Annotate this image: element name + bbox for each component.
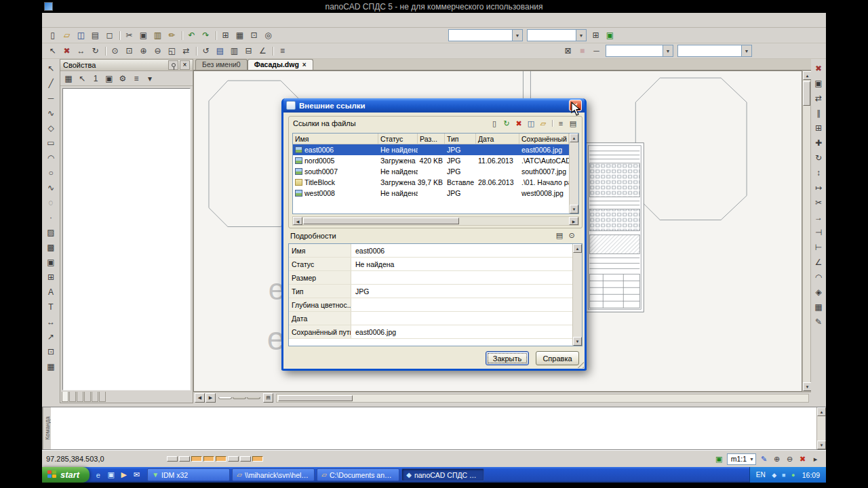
table-settings-icon[interactable]: ⊞ [589,29,603,42]
properties-tab[interactable] [62,392,68,402]
open-file-icon[interactable]: ▱ [60,29,74,42]
taskbar-task-button[interactable]: ◆ nanoCAD СПДС 5 - н... [401,468,484,481]
insert-block-icon[interactable]: ⊞ [218,29,233,42]
hatch-tool-icon[interactable]: ▨ [43,225,58,240]
document-tab[interactable]: Фасады.dwg × [248,59,313,70]
antivirus-icon[interactable]: ● [789,470,798,480]
properties-tab[interactable] [69,392,76,402]
offset-mod-icon[interactable]: ∥ [811,106,826,121]
properties-panel-header[interactable]: Свойства × [60,60,193,71]
mtext-tool-icon[interactable]: T [43,300,58,314]
attach-xref-icon[interactable]: ▯ [488,118,500,129]
external-references-icon[interactable]: ⊡ [247,29,261,42]
status-toggle-button[interactable] [252,456,263,462]
leader-tool-icon[interactable]: ↗ [43,329,58,344]
menu-item[interactable] [115,18,125,22]
dimension-tool-icon[interactable]: ↔ [43,314,58,329]
select-objects-icon[interactable]: ↖ [75,72,89,85]
scale-mod-icon[interactable]: ↕ [811,165,826,180]
internet-explorer-icon[interactable]: e [92,469,104,481]
draw-order-icon[interactable]: ⊟ [241,45,256,58]
menu-item[interactable] [163,18,172,22]
command-scrollbar[interactable]: ▲ ▼ [816,407,825,449]
spds-table-icon[interactable]: ▦ [811,300,826,314]
zoom-out-icon[interactable]: ⊖ [151,45,165,58]
canvas-vertical-scrollbar[interactable]: ▲ ▼ [802,70,811,392]
save-xref-icon[interactable]: ◫ [525,118,537,129]
close-panel-icon[interactable]: × [180,60,190,70]
move-mod-icon[interactable]: ✚ [811,136,826,150]
canvas-horizontal-scrollbar[interactable] [276,394,809,403]
copy-icon[interactable]: ▣ [136,29,151,42]
zoom-out-status-icon[interactable]: ⊖ [783,453,796,465]
rectangle-tool-icon[interactable]: ▭ [43,136,58,150]
detach-xref-icon[interactable]: ✖ [513,118,525,129]
color-combo[interactable]: ▼ [677,45,752,57]
details-view-icon[interactable]: ▤ [567,118,579,129]
xref-row[interactable]: west0008 Не найдена JPG west0008.jpg [293,188,578,199]
help-button[interactable]: Справка [536,351,579,365]
scroll-up-icon[interactable]: ▲ [573,244,582,253]
properties-tab[interactable] [84,392,91,402]
status-toggle-button[interactable] [240,456,251,462]
chevron-down-icon[interactable]: ▼ [512,30,522,41]
attach-image-icon[interactable]: ▦ [233,29,247,42]
stretch-mod-icon[interactable]: ↦ [811,180,826,195]
list-view-icon[interactable]: ≡ [555,118,567,129]
select-tool-icon[interactable]: ↖ [43,61,58,76]
cut-icon[interactable]: ✂ [122,29,136,42]
chevron-down-icon[interactable]: ▼ [576,30,586,41]
xref-table-vertical-scrollbar[interactable]: ▲ ▼ [569,134,578,214]
print-preview-icon[interactable]: ◻ [102,29,117,42]
details-row[interactable]: Тип JPG [289,285,572,298]
layer-combo[interactable]: ▼ [606,45,673,57]
sheet-tab[interactable] [233,397,246,399]
sort-icon[interactable]: ≡ [130,72,143,85]
chevron-down-icon[interactable]: ▼ [741,45,751,56]
document-tab[interactable]: Без имени0 [195,59,248,70]
scroll-up-icon[interactable]: ▲ [570,134,578,142]
close-dialog-button[interactable]: Закрыть [486,351,529,365]
menu-item[interactable] [77,18,87,22]
edit-scale-icon[interactable]: ✎ [757,453,770,465]
dimension-style-combo[interactable]: ▼ [527,29,587,41]
horizontal-scroll-thumb[interactable] [278,395,353,401]
osnap-settings-icon[interactable]: ◎ [261,29,275,42]
sheet-tab-prev-button[interactable]: ◀ [195,393,205,403]
sheet-tab-next-button[interactable]: ▶ [205,393,216,403]
chevron-down-icon[interactable]: ▼ [663,45,673,56]
polyline-tool-icon[interactable]: ∿ [43,106,58,121]
xref-table-header[interactable]: Имя Статус Раз... Тип Дата Сохранённый п [293,134,578,144]
zoom-extents-icon[interactable]: ◱ [165,45,179,58]
copy-properties-icon[interactable]: ▣ [102,72,116,85]
settings-icon[interactable]: ⚙ [116,72,130,85]
browse-xref-icon[interactable]: ▱ [537,118,549,129]
menu-item[interactable] [125,18,134,22]
sheet-tab[interactable] [218,397,232,399]
layer-color-icon[interactable]: ■ [575,45,589,58]
plot-icon[interactable]: ▤ [88,29,102,42]
properties-tab[interactable] [77,392,83,402]
menu-item[interactable] [58,18,68,22]
pan-icon[interactable]: ⇄ [179,45,193,58]
menu-item[interactable] [49,18,58,22]
xref-row[interactable]: nord0005 Загружена 420 KB JPG 11.06.2013… [293,155,578,166]
status-toggle-button[interactable] [216,456,226,462]
xref-table-horizontal-scrollbar[interactable]: ◀ ▶ [292,216,579,226]
table-tool-icon[interactable]: ⊞ [43,270,58,285]
ellipse-tool-icon[interactable]: ◌ [43,195,58,210]
layer-properties-icon[interactable]: ▥ [227,45,241,58]
command-history[interactable] [51,407,816,449]
xref-row[interactable]: TitleBlock Загружена 39,7 KB Вставле 28.… [293,177,578,188]
circle-tool-icon[interactable]: ○ [43,165,58,180]
format-painter-icon[interactable]: ✏ [165,29,179,42]
xline-tool-icon[interactable]: ─ [43,91,58,106]
layer-lock-icon[interactable]: ⊠ [561,45,575,58]
reload-xref-icon[interactable]: ↻ [500,118,513,129]
spline-tool-icon[interactable]: ∿ [43,180,58,195]
taskbar-task-button[interactable]: ▼ IDM x32 [147,468,230,481]
menu-item[interactable] [68,18,77,22]
save-icon[interactable]: ◫ [74,29,88,42]
status-toggle-button[interactable] [228,456,239,462]
zoom-in-icon[interactable]: ⊕ [136,45,151,58]
